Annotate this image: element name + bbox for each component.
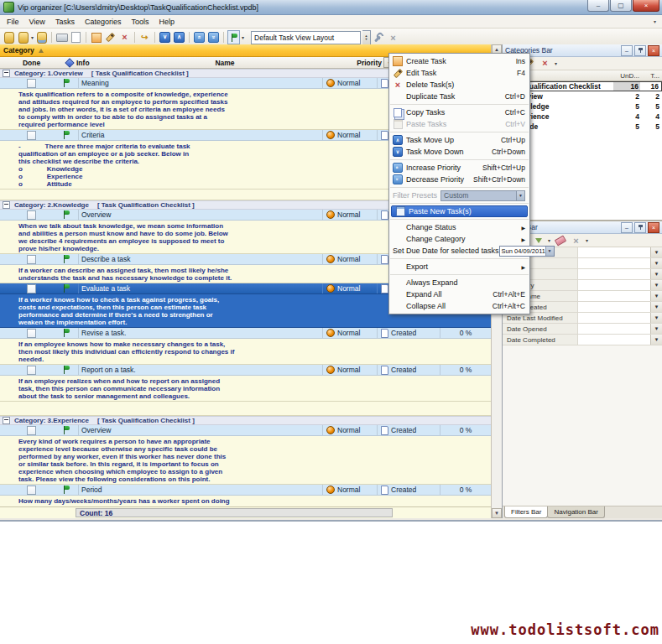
menu-item-filter-presets[interactable]: Filter PresetsCustom▼ <box>389 190 529 201</box>
clear-filter-icon[interactable] <box>554 234 566 247</box>
filter-field-row[interactable]: Date Completed▼ <box>503 335 662 345</box>
menu-item-task-move-down[interactable]: Task Move DownCtrl+Down <box>389 146 529 158</box>
menu-item-task-move-up[interactable]: Task Move UpCtrl+Up <box>389 134 529 146</box>
menubar-overflow-icon[interactable]: ▾ <box>654 18 660 24</box>
panel-close-icon[interactable]: × <box>648 45 659 56</box>
open-database-icon[interactable] <box>17 31 29 44</box>
collapse-group-icon[interactable] <box>3 201 10 209</box>
open-database-dropdown-icon[interactable]: ▾ <box>31 34 34 40</box>
done-checkbox[interactable] <box>27 284 36 293</box>
minimize-button[interactable]: – <box>587 0 609 12</box>
filter-field-value[interactable] <box>578 291 650 301</box>
filter-field-value[interactable] <box>578 280 650 290</box>
new-database-icon[interactable] <box>3 31 15 44</box>
panel-minimize-icon[interactable]: – <box>621 45 633 56</box>
print-icon[interactable] <box>55 31 68 44</box>
filter-field-value[interactable] <box>578 313 650 323</box>
menu-item-export[interactable]: Export▶ <box>389 261 529 273</box>
done-checkbox[interactable] <box>27 255 36 264</box>
close-layout-icon[interactable] <box>387 31 399 44</box>
done-checkbox[interactable] <box>27 210 36 220</box>
tab-navigation-bar[interactable]: Navigation Bar <box>547 506 604 518</box>
menu-item-expand-all[interactable]: Expand AllCtrl+Alt+E <box>389 288 529 300</box>
panel-pin-icon[interactable] <box>634 222 646 233</box>
title-bar[interactable]: Vip organizer [C:\Users\dmitry\Desktop\T… <box>0 0 662 15</box>
layout-combo[interactable]: Default Task View Layout <box>251 31 361 44</box>
save-database-icon[interactable] <box>35 31 48 44</box>
menu-item-edit-task[interactable]: Edit TaskF4 <box>389 67 529 79</box>
done-checkbox[interactable] <box>27 79 36 88</box>
filter-field-dropdown-icon[interactable]: ▼ <box>650 280 662 290</box>
menu-item-copy-tasks[interactable]: Copy TasksCtrl+C <box>389 106 529 118</box>
flag-filter-icon[interactable] <box>227 31 240 44</box>
column-undone[interactable]: UnD... <box>614 72 641 80</box>
column-priority[interactable]: Priority <box>340 59 382 67</box>
categories-toolbar-overflow-icon[interactable]: ▾ <box>555 60 557 66</box>
delete-category-icon[interactable] <box>539 57 551 70</box>
menu-item-always-expand[interactable]: Always Expand <box>389 277 529 288</box>
filter-field-dropdown-icon[interactable]: ▼ <box>650 291 662 301</box>
filter-field-value[interactable] <box>578 335 650 345</box>
task-row[interactable]: Revise a task.NormalCreated0 % <box>0 328 491 339</box>
panel-minimize-icon[interactable]: – <box>621 222 633 233</box>
menu-item-decrease-priority[interactable]: Decrease PriorityShift+Ctrl+Down <box>389 174 529 185</box>
menu-item-change-status[interactable]: Change Status▶ <box>389 221 529 233</box>
menu-item-delete-task-s[interactable]: Delete Task(s) <box>389 79 529 91</box>
scroll-down-icon[interactable]: ▼ <box>492 508 502 518</box>
category-group-row[interactable]: Category: 3.Experience[ Task Qualificati… <box>0 416 491 425</box>
menu-view[interactable]: View <box>24 18 50 26</box>
filters-toolbar-overflow-icon[interactable]: ▾ <box>586 237 588 243</box>
task-notes-row[interactable]: Every kind of work requires a person to … <box>0 436 491 485</box>
filter-field-value[interactable] <box>578 247 650 257</box>
menu-item-create-task[interactable]: Create TaskIns <box>389 55 529 67</box>
filter-field-dropdown-icon[interactable]: ▼ <box>650 335 662 345</box>
column-total[interactable]: T... <box>641 72 662 80</box>
menu-tools[interactable]: Tools <box>126 18 154 26</box>
collapse-group-icon[interactable] <box>3 70 10 77</box>
filter-field-value[interactable] <box>578 258 650 268</box>
create-task-icon[interactable] <box>90 31 102 44</box>
filter-field-value[interactable] <box>578 324 650 334</box>
close-button[interactable]: × <box>633 0 659 12</box>
combo-dropdown-icon[interactable]: ▼ <box>545 247 554 256</box>
filter-field-dropdown-icon[interactable]: ▼ <box>650 302 662 312</box>
done-checkbox[interactable] <box>27 486 36 495</box>
task-row[interactable]: OverviewNormalCreated0 % <box>0 425 491 436</box>
filter-presets-combo[interactable]: Custom▼ <box>440 190 525 201</box>
task-row[interactable]: PeriodNormalCreated0 % <box>0 485 491 496</box>
menu-item-duplicate-task[interactable]: Duplicate TaskCtrl+D <box>389 91 529 102</box>
move-up-icon[interactable] <box>173 31 185 44</box>
menu-help[interactable]: Help <box>154 18 180 26</box>
filter-field-value[interactable] <box>578 269 650 279</box>
filter-field-dropdown-icon[interactable]: ▼ <box>650 313 662 323</box>
menu-item-change-category[interactable]: Change Category▶ <box>389 233 529 245</box>
decrease-priority-icon[interactable] <box>207 31 220 44</box>
column-info[interactable]: Info <box>76 59 110 67</box>
filter-field-dropdown-icon[interactable]: ▼ <box>650 324 662 334</box>
filter-dropdown-icon[interactable]: ▾ <box>548 237 550 243</box>
done-checkbox[interactable] <box>27 131 36 140</box>
filter-field-dropdown-icon[interactable]: ▼ <box>650 247 662 257</box>
complete-task-icon[interactable] <box>138 31 151 44</box>
done-checkbox[interactable] <box>27 426 36 435</box>
filter-field-dropdown-icon[interactable]: ▼ <box>650 269 662 279</box>
menu-categories[interactable]: Categories <box>80 18 127 26</box>
due-date-combo[interactable]: Sun 04/09/2011▼ <box>499 246 555 257</box>
move-down-icon[interactable] <box>159 31 171 44</box>
menu-item-paste-new-task-s[interactable]: Paste New Task(s) <box>391 205 528 217</box>
task-notes-row[interactable]: How many days/weeks/months/years has a w… <box>0 496 491 506</box>
layout-combo-spinner[interactable]: ▲▼ <box>362 30 371 45</box>
info-diamond-icon[interactable] <box>63 60 76 66</box>
menu-item-set-due-date-for-selected-tasks[interactable]: Set Due Date for selected tasksSun 04/09… <box>389 245 529 257</box>
task-row[interactable]: Report on a task.NormalCreated0 % <box>0 365 491 376</box>
menu-file[interactable]: File <box>2 18 24 26</box>
filter-field-row[interactable]: Date Opened▼ <box>503 324 662 335</box>
increase-priority-icon[interactable] <box>193 31 206 44</box>
panel-close-icon[interactable]: × <box>648 222 659 233</box>
done-checkbox[interactable] <box>27 329 36 338</box>
column-done[interactable]: Done <box>0 59 63 67</box>
collapse-group-icon[interactable] <box>3 417 10 424</box>
task-notes-row[interactable]: If an employee knows how to make necessa… <box>0 339 491 365</box>
tab-filters-bar[interactable]: Filters Bar <box>504 506 548 518</box>
task-notes-row[interactable]: If an employee realizes when and how to … <box>0 376 491 402</box>
